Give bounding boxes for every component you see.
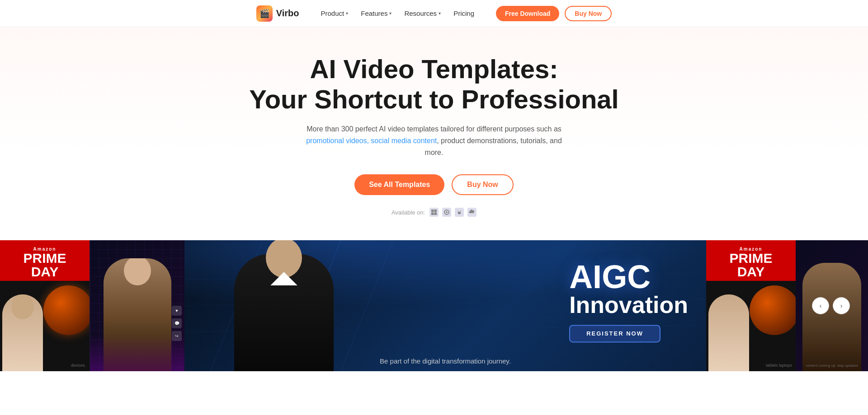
free-download-button[interactable]: Free Download [496, 6, 559, 21]
person-graphic [2, 294, 43, 371]
hero-title: AI Video Templates: Your Shortcut to Pro… [231, 54, 637, 114]
buy-now-button[interactable]: Buy Now [565, 6, 612, 21]
slide4-line2: DAY [711, 265, 791, 279]
nav-features[interactable]: Features ▾ [361, 9, 392, 17]
chrome-icon [442, 208, 451, 217]
template-carousel: ‹ › Amazon PRIME DAY Member Day 50% off … [0, 240, 868, 371]
slide3-aigc-text: AIGC Innovation REGISTER NOW [569, 261, 688, 343]
slide2-social-icons: ♥ 💬 ↪ [172, 306, 182, 341]
see-all-templates-button[interactable]: See All Templates [354, 174, 444, 195]
register-now-button[interactable]: REGISTER NOW [569, 325, 660, 343]
navbar: 🎬 Virbo Product ▾ Features ▾ Resources ▾… [0, 0, 868, 27]
slide1-line2: DAY [5, 265, 85, 279]
nav-items: Product ▾ Features ▾ Resources ▾ Pricing [321, 9, 474, 17]
chevron-down-icon: ▾ [389, 11, 392, 16]
svg-rect-3 [434, 213, 437, 215]
slide3-person-body [234, 254, 334, 371]
nav-ctas: Free Download Buy Now [496, 6, 612, 21]
carousel-navigation: ‹ › [812, 297, 850, 314]
available-on: Available on: [9, 208, 859, 217]
hero-subtitle: More than 300 perfect AI video templates… [303, 123, 565, 158]
carousel-slide-4[interactable]: Amazon PRIME DAY Member Day 50% off tabl… [706, 240, 796, 371]
promo-videos-link[interactable]: promotional videos, social media content [306, 137, 437, 145]
carousel-next-button[interactable]: › [833, 297, 850, 314]
hero-buy-now-button[interactable]: Buy Now [452, 174, 513, 195]
logo-icon: 🎬 [256, 5, 273, 22]
slide4-line1: PRIME [711, 252, 791, 265]
slide1-line1: PRIME [5, 252, 85, 265]
slide1-bottom: devices. [0, 281, 90, 371]
android-icon [455, 208, 464, 217]
platform-icons [429, 208, 476, 217]
slide2-purple-glow [90, 335, 184, 371]
carousel-slide-3-center[interactable]: AIGC Innovation REGISTER NOW Be part of … [184, 240, 706, 371]
svg-rect-1 [434, 210, 437, 212]
slide3-bottom-text: Be part of the digital transformation jo… [184, 357, 706, 365]
cloud-icon [467, 208, 476, 217]
svg-point-5 [446, 211, 448, 213]
nav-pricing[interactable]: Pricing [453, 9, 474, 17]
windows-icon [429, 208, 439, 217]
nav-product[interactable]: Product ▾ [321, 9, 349, 17]
chevron-down-icon: ▾ [439, 11, 441, 16]
carousel-slide-1[interactable]: Amazon PRIME DAY Member Day 50% off devi… [0, 240, 90, 371]
svg-rect-0 [431, 210, 434, 212]
innovation-title: Innovation [569, 294, 688, 317]
heart-icon: ♥ [172, 306, 182, 316]
slide3-person-container [221, 240, 347, 371]
slide4-person [708, 294, 749, 371]
logo-text: Virbo [276, 8, 299, 19]
comment-icon: 💬 [172, 318, 182, 328]
chevron-down-icon: ▾ [346, 11, 348, 16]
slide1-label: devices. [71, 363, 86, 368]
logo[interactable]: 🎬 Virbo [256, 5, 299, 22]
share-icon: ↪ [172, 331, 182, 341]
slide4-headphones [750, 285, 796, 335]
headphones-graphic [43, 285, 90, 335]
slide5-person [802, 263, 861, 371]
aigc-title: AIGC [569, 261, 688, 294]
hero-section: AI Video Templates: Your Shortcut to Pro… [0, 27, 868, 240]
slide4-label: tablets laptops [766, 363, 792, 368]
hero-buttons: See All Templates Buy Now [9, 174, 859, 195]
svg-rect-2 [431, 213, 434, 215]
carousel-slide-2[interactable]: @WONDERSHARE ♥ 💬 ↪ [90, 240, 184, 371]
nav-resources[interactable]: Resources ▾ [404, 9, 441, 17]
slide5-bottom-text: content coming up: stay updated [796, 364, 868, 368]
carousel-prev-button[interactable]: ‹ [812, 297, 829, 314]
carousel-track: Amazon PRIME DAY Member Day 50% off devi… [0, 240, 868, 371]
